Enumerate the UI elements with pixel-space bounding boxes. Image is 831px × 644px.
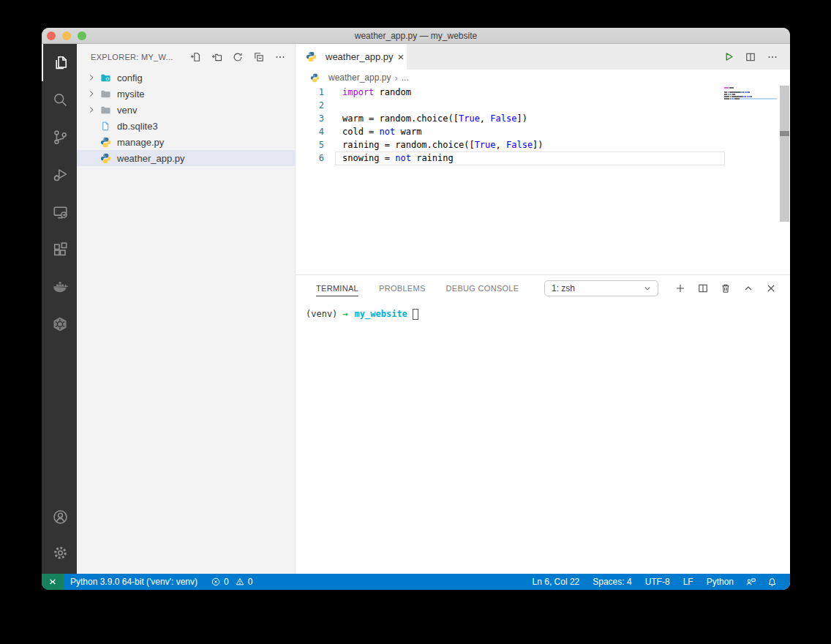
python-interpreter-status[interactable]: Python 3.9.0 64-bit ('venv': venv): [64, 574, 204, 590]
error-icon: [211, 577, 221, 587]
split-terminal-button[interactable]: [697, 282, 709, 294]
terminal-content[interactable]: (venv) → my_website: [296, 301, 790, 574]
tree-item-label: weather_app.py: [117, 153, 185, 164]
sidebar-item-kubernetes[interactable]: [42, 305, 77, 342]
zoom-window-button[interactable]: [78, 31, 86, 40]
editor-group: weather_app.py × weather_app.py › ...: [296, 44, 790, 574]
breadcrumb[interactable]: weather_app.py › ...: [296, 70, 790, 86]
settings-button[interactable]: [42, 535, 77, 571]
sidebar-item-docker[interactable]: [42, 268, 77, 305]
code-text: snowing = not raining: [324, 151, 454, 165]
search-icon: [52, 91, 69, 108]
python-file-icon: [100, 153, 113, 164]
explorer-header-title: EXPLORER: MY_W...: [91, 53, 189, 61]
kill-terminal-button[interactable]: [720, 282, 732, 294]
language-indicator[interactable]: Python: [700, 574, 740, 590]
tab-weather-app-py[interactable]: weather_app.py ×: [296, 44, 407, 70]
more-icon: [274, 51, 286, 63]
tree-item-label: config: [117, 72, 143, 83]
sidebar-item-extensions[interactable]: [42, 231, 77, 268]
chevron-right-icon: [86, 89, 100, 99]
tree-item-label: manage.py: [117, 137, 164, 148]
minimap[interactable]: [724, 87, 777, 100]
sidebar-item-run-debug[interactable]: [42, 156, 77, 193]
code-text: import random: [324, 86, 411, 99]
code-line-4[interactable]: 4cold = not warm: [296, 125, 790, 138]
code-line-6[interactable]: 6snowing = not raining: [296, 151, 790, 165]
tree-item-weather-app-py[interactable]: weather_app.py: [77, 150, 295, 166]
panel-tab-terminal[interactable]: TERMINAL: [316, 280, 358, 296]
collapse-folders-button[interactable]: [253, 51, 265, 63]
tree-item-config[interactable]: config: [77, 70, 295, 86]
window-title: weather_app.py — my_website: [42, 31, 790, 41]
new-terminal-button[interactable]: [674, 282, 686, 294]
panel-header: TERMINALPROBLEMSDEBUG CONSOLE 1: zsh: [296, 275, 790, 301]
sidebar-item-remote-explorer[interactable]: [42, 193, 77, 231]
error-count: 0: [224, 577, 229, 587]
tree-item-mysite[interactable]: mysite: [77, 86, 295, 102]
close-panel-button[interactable]: [765, 282, 777, 294]
split-editor-button[interactable]: [745, 51, 756, 63]
remote-explorer-icon: [52, 203, 69, 220]
folder-icon: [100, 72, 113, 83]
eol-indicator[interactable]: LF: [677, 574, 700, 590]
sidebar-item-source-control[interactable]: [42, 119, 77, 156]
sidebar-item-explorer[interactable]: [42, 44, 77, 81]
more-icon: [767, 51, 778, 63]
refresh-button[interactable]: [232, 51, 244, 63]
code-line-3[interactable]: 3warm = random.choice([True, False]): [296, 112, 790, 125]
feedback-button[interactable]: [740, 574, 762, 590]
indentation-indicator[interactable]: Spaces: 4: [586, 574, 638, 590]
line-col-indicator[interactable]: Ln 6, Col 22: [526, 574, 587, 590]
code-line-1[interactable]: 1import random: [296, 86, 790, 99]
minimap-line: [724, 87, 777, 89]
python-file-icon: [310, 73, 320, 83]
status-bar: Python 3.9.0 64-bit ('venv': venv) 0 0 L…: [42, 574, 790, 590]
tree-item-manage-py[interactable]: manage.py: [77, 134, 295, 150]
panel-tab-problems[interactable]: PROBLEMS: [379, 280, 426, 296]
minimap-line: [724, 94, 777, 95]
minimize-window-button[interactable]: [62, 31, 71, 40]
new-file-button[interactable]: [189, 51, 201, 63]
problems-status[interactable]: 0 0: [204, 574, 259, 590]
encoding-indicator[interactable]: UTF-8: [639, 574, 677, 590]
code-line-5[interactable]: 5raining = random.choice([True, False]): [296, 138, 790, 151]
close-tab-icon[interactable]: ×: [398, 51, 405, 62]
new-file-icon: [189, 51, 201, 63]
run-file-button[interactable]: [723, 51, 734, 63]
code-text: [324, 99, 342, 112]
editor-more-actions-button[interactable]: [767, 51, 778, 63]
terminal-shell-select[interactable]: 1: zsh: [544, 280, 658, 296]
accounts-button[interactable]: [42, 499, 77, 535]
sidebar-item-search[interactable]: [42, 81, 77, 119]
python-file-icon: [100, 137, 113, 148]
run-debug-icon: [52, 166, 69, 183]
terminal-cwd: my_website: [355, 309, 407, 319]
folder-icon: [100, 105, 113, 116]
title-bar[interactable]: weather_app.py — my_website: [42, 28, 790, 44]
breadcrumb-more[interactable]: ...: [402, 72, 409, 83]
trash-icon: [720, 282, 732, 294]
line-number: 2: [296, 99, 324, 112]
tree-item-db-sqlite3[interactable]: db.sqlite3: [77, 118, 295, 134]
remote-indicator[interactable]: [42, 574, 64, 590]
notifications-button[interactable]: [762, 574, 783, 590]
panel-tab-debug-console[interactable]: DEBUG CONSOLE: [446, 280, 519, 296]
more-actions-button[interactable]: [274, 51, 286, 63]
close-window-button[interactable]: [47, 31, 56, 40]
bell-icon: [767, 577, 778, 588]
editor-scrollbar[interactable]: [780, 86, 789, 222]
code-text: warm = random.choice([True, False]): [324, 112, 527, 125]
tree-item-venv[interactable]: venv: [77, 102, 295, 118]
line-number: 1: [296, 86, 324, 99]
maximize-panel-button[interactable]: [742, 282, 754, 294]
desktop-background: weather_app.py — my_website: [0, 0, 831, 644]
gear-icon: [52, 544, 69, 561]
line-number: 6: [296, 151, 324, 165]
terminal-prompt-arrow: →: [342, 309, 347, 319]
code-editor[interactable]: 1import random23warm = random.choice([Tr…: [296, 86, 790, 274]
scrollbar-thumb[interactable]: [780, 131, 789, 136]
code-line-2[interactable]: 2: [296, 99, 790, 112]
breadcrumb-file[interactable]: weather_app.py: [328, 72, 391, 83]
new-folder-button[interactable]: [211, 51, 222, 63]
